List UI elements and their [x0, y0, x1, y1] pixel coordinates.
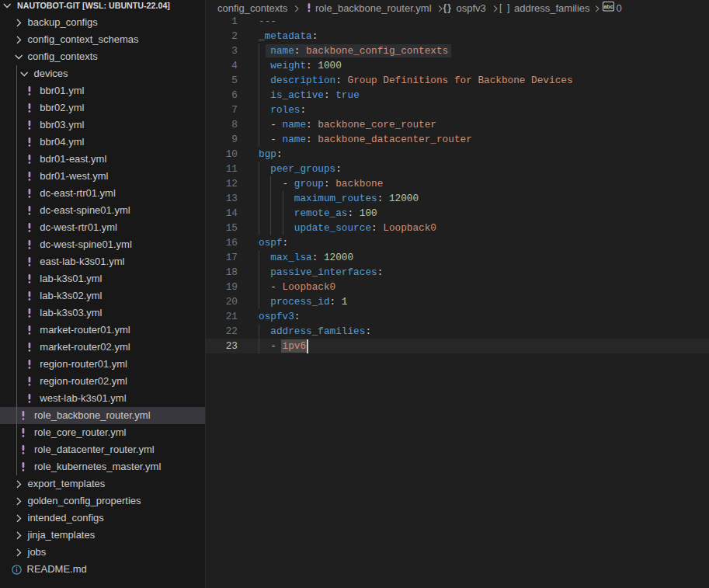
svg-text:abc: abc [603, 4, 613, 9]
